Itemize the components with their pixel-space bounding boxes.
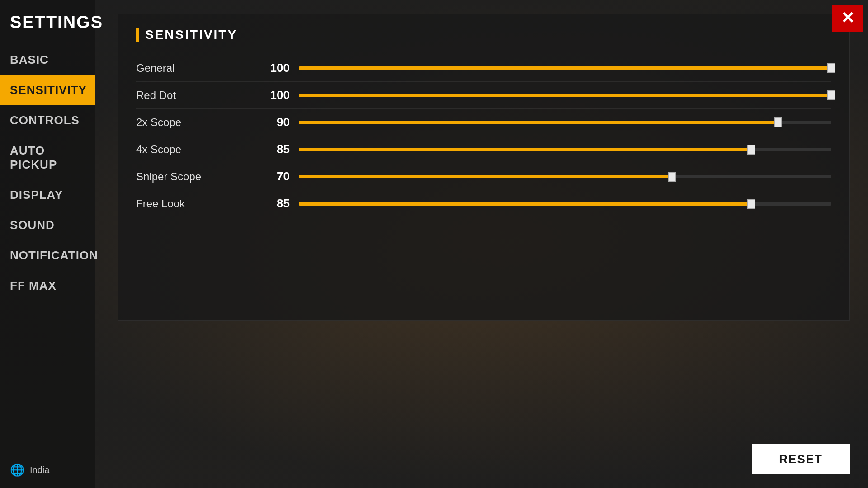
row-value-2x-scope: 90 <box>263 115 299 129</box>
globe-icon: 🌐 <box>10 463 24 477</box>
main-content: ✕ SENSITIVITY General 100 Red Dot 100 <box>95 0 868 488</box>
section-title-accent <box>136 28 139 42</box>
slider-track-2x-scope <box>299 121 831 124</box>
slider-4x-scope[interactable] <box>299 145 831 154</box>
reset-button[interactable]: RESET <box>752 444 850 474</box>
slider-fill-general <box>299 66 831 70</box>
slider-free-look[interactable] <box>299 199 831 208</box>
row-value-general: 100 <box>263 61 299 75</box>
slider-track-4x-scope <box>299 148 831 151</box>
sidebar-item-ff-max[interactable]: FF MAX <box>0 271 95 301</box>
slider-track-sniper-scope <box>299 175 831 178</box>
sensitivity-row-2x-scope: 2x Scope 90 <box>136 109 831 136</box>
section-title-text: SENSITIVITY <box>145 28 237 42</box>
slider-red-dot[interactable] <box>299 91 831 100</box>
slider-general[interactable] <box>299 64 831 73</box>
slider-thumb-red-dot[interactable] <box>827 90 835 100</box>
row-label-general: General <box>136 62 263 75</box>
slider-thumb-2x-scope[interactable] <box>774 117 782 127</box>
slider-track-free-look <box>299 202 831 206</box>
slider-fill-red-dot <box>299 94 831 97</box>
slider-sniper-scope[interactable] <box>299 172 831 181</box>
sidebar-item-controls[interactable]: CONTROLS <box>0 105 95 136</box>
slider-fill-4x-scope <box>299 148 751 151</box>
slider-fill-sniper-scope <box>299 175 672 178</box>
sensitivity-row-general: General 100 <box>136 55 831 82</box>
row-label-free-look: Free Look <box>136 197 263 210</box>
sidebar-item-notification[interactable]: NOTIFICATION <box>0 240 95 271</box>
slider-thumb-4x-scope[interactable] <box>747 145 755 155</box>
sensitivity-row-sniper-scope: Sniper Scope 70 <box>136 163 831 190</box>
region-label: India <box>30 465 49 475</box>
row-label-red-dot: Red Dot <box>136 89 263 102</box>
sidebar-item-basic[interactable]: BASIC <box>0 45 95 75</box>
row-value-red-dot: 100 <box>263 88 299 102</box>
sensitivity-row-4x-scope: 4x Scope 85 <box>136 136 831 163</box>
slider-fill-2x-scope <box>299 121 778 124</box>
sensitivity-row-red-dot: Red Dot 100 <box>136 82 831 109</box>
row-label-sniper-scope: Sniper Scope <box>136 170 263 183</box>
settings-title: SETTINGS <box>0 0 95 45</box>
slider-fill-free-look <box>299 202 751 206</box>
slider-thumb-free-look[interactable] <box>747 199 755 209</box>
slider-thumb-general[interactable] <box>827 63 835 73</box>
row-label-2x-scope: 2x Scope <box>136 116 263 129</box>
sidebar-footer: 🌐 India <box>0 452 95 488</box>
settings-panel: SENSITIVITY General 100 Red Dot 100 <box>118 14 850 321</box>
sensitivity-row-free-look: Free Look 85 <box>136 190 831 217</box>
sidebar: SETTINGS BASIC SENSITIVITY CONTROLS AUTO… <box>0 0 95 488</box>
sidebar-item-sound[interactable]: SOUND <box>0 210 95 240</box>
row-value-sniper-scope: 70 <box>263 169 299 183</box>
row-value-4x-scope: 85 <box>263 142 299 156</box>
slider-track-red-dot <box>299 94 831 97</box>
close-button[interactable]: ✕ <box>832 5 863 32</box>
slider-track-general <box>299 66 831 70</box>
row-value-free-look: 85 <box>263 197 299 211</box>
sidebar-item-sensitivity[interactable]: SENSITIVITY <box>0 75 95 105</box>
section-title: SENSITIVITY <box>136 28 831 42</box>
sidebar-item-auto-pickup[interactable]: AUTO PICKUP <box>0 136 95 180</box>
sidebar-item-display[interactable]: DISPLAY <box>0 180 95 210</box>
row-label-4x-scope: 4x Scope <box>136 143 263 156</box>
slider-2x-scope[interactable] <box>299 118 831 127</box>
slider-thumb-sniper-scope[interactable] <box>668 172 676 182</box>
